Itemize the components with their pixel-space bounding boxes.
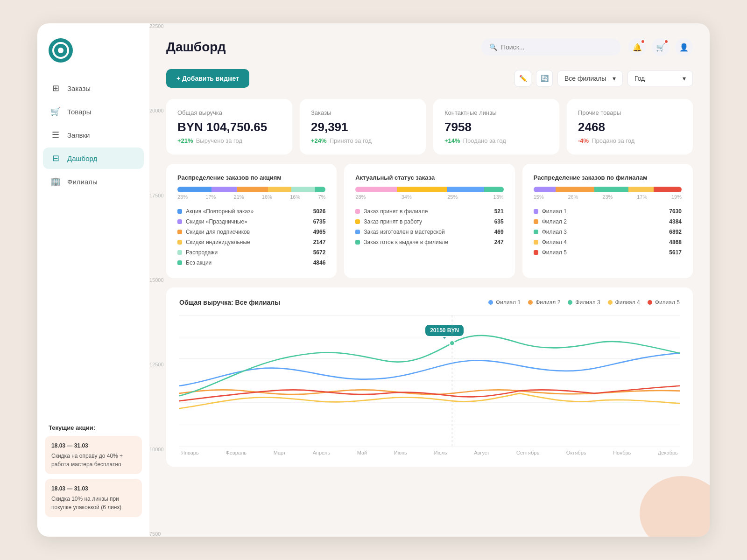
f1-dot [488,300,493,305]
status-legend: Заказ принят в филиале 521 Заказ принят … [355,206,503,247]
toolbar: + Добавить виджет ✏️ 🔄 Все филиалы ▾ Год… [166,69,693,88]
revenue-legend: Филиал 1 Филиал 2 Филиал 3 Филиал 4 [488,299,680,306]
x-axis: Январь Февраль Март Апрель Май Июнь Июль… [179,450,680,455]
promo-stacked-bar [177,187,325,192]
legend-item: Распродажи 5672 [177,247,325,258]
add-widget-button[interactable]: + Добавить виджет [166,69,249,88]
edit-button[interactable]: ✏️ [514,70,531,87]
kpi-revenue-desc: Выручено за год [196,137,242,144]
kpi-revenue-label: Общая выручка [177,109,281,116]
kpi-card-revenue: Общая выручка BYN 104,750.65 +21% Выруче… [166,99,292,154]
line-f4 [179,393,680,408]
dashboard-icon: ⊟ [50,153,61,163]
rev-leg-f4: Филиал 4 [608,299,640,306]
nav-menu: ⊞ Заказы 🛒 Товары ☰ Заявки ⊟ Дашборд 🏢 Ф… [37,77,149,192]
charts-row: Распределение заказов по акциям 23% 17% … [166,164,693,278]
cart-button[interactable]: 🛒 [652,38,669,56]
f4-dot [608,300,613,305]
sidebar: ⊞ Заказы 🛒 Товары ☰ Заявки ⊟ Дашборд 🏢 Ф… [37,23,149,537]
legend-item: Филиал 2 4384 [534,217,682,227]
period-select[interactable]: Год ▾ [627,70,693,86]
rev-leg-f1: Филиал 1 [488,299,521,306]
bar-seg-1 [177,187,211,192]
main-content: Дашборд 🔍 🔔 🛒 👤 [149,23,710,537]
branches-icon: 🏢 [50,176,61,187]
line-chart-area [179,315,680,446]
kpi-orders-desc: Принято за год [330,137,372,144]
legend-item: Заказ готов к выдаче в филиале 247 [355,237,503,247]
kpi-lenses-value: 7958 [444,120,548,134]
branch-bar-labels: 15% 26% 23% 17% 19% [534,194,682,200]
toolbar-right: ✏️ 🔄 Все филиалы ▾ Год ▾ [514,70,693,87]
chevron-down-icon-2: ▾ [683,75,686,82]
y-axis: 22500 20000 17500 15000 12500 10000 7500 [149,23,172,537]
bar-seg-2 [211,187,237,192]
revenue-chart-card: Общая выручка: Все филиалы Филиал 1 Фили… [166,287,693,467]
branch-legend: Филиал 1 7630 Филиал 2 4384 Филиал 3 689… [534,206,682,258]
promo-text-1: Скидка на оправу до 40% + работа мастера… [51,452,135,469]
kpi-card-orders: Заказы 29,391 +24% Принято за год [300,99,426,154]
kpi-orders-value: 29,391 [311,120,415,134]
header-right: 🔍 🔔 🛒 👤 [481,38,693,56]
promo-card-1: 18.03 — 31.03 Скидка на оправу до 40% + … [45,436,142,474]
f2-dot [528,300,533,305]
kpi-lenses-pct: +14% [444,137,460,144]
notifications-button[interactable]: 🔔 [628,38,646,56]
chart-branch-title: Распределение заказов по филиалам [534,174,682,181]
branch-stacked-bar [534,187,682,192]
chart-with-y-axis: 22500 20000 17500 15000 12500 10000 7500… [179,315,680,455]
legend-item: Скидки «Праздничные» 6735 [177,217,325,227]
search-icon: 🔍 [489,43,497,51]
legend-item: Акция «Повторный заказ» 5026 [177,206,325,217]
refresh-button[interactable]: 🔄 [536,70,553,87]
products-icon: 🛒 [50,106,61,117]
branch-bar-seg-4 [628,187,654,192]
kpi-row: Общая выручка BYN 104,750.65 +21% Выруче… [166,99,693,154]
promo-date-1: 18.03 — 31.03 [51,441,135,450]
kpi-revenue-change: +21% Выручено за год [177,137,281,144]
search-input[interactable] [501,43,613,51]
user-button[interactable]: 👤 [675,38,693,56]
kpi-card-lenses: Контактные линзы 7958 +14% Продано за го… [433,99,559,154]
sidebar-item-products[interactable]: 🛒 Товары [43,101,144,122]
revenue-header: Общая выручка: Все филиалы Филиал 1 Фили… [179,299,680,306]
promo-text-2: Скидка 10% на линзы при покупке упаковко… [51,495,135,511]
add-widget-label: + Добавить виджет [176,75,239,82]
legend-item: Скидки для подписчиков 4965 [177,227,325,237]
sidebar-item-dashboard-label: Дашборд [67,154,97,162]
kpi-card-other: Прочие товары 2468 -4% Продано за год [567,99,693,154]
sidebar-item-orders[interactable]: ⊞ Заказы [43,77,144,99]
sidebar-item-orders-label: Заказы [67,84,91,92]
requests-icon: ☰ [50,130,61,140]
rev-leg-f2: Филиал 2 [528,299,560,306]
search-box[interactable]: 🔍 [481,39,621,56]
legend-item: Заказ принят в работу 635 [355,217,503,227]
status-stacked-bar [355,187,503,192]
sidebar-item-branches[interactable]: 🏢 Филиалы [43,171,144,192]
header-icons: 🔔 🛒 👤 [628,38,693,56]
orders-icon: ⊞ [50,83,61,93]
kpi-revenue-pct: +21% [177,137,193,144]
tooltip-dot [450,341,455,346]
promo-bar-labels: 23% 17% 21% 16% 16% 7% [177,194,325,200]
f5-dot [648,300,652,305]
logo-area [37,38,149,77]
kpi-other-desc: Продано за год [592,137,634,144]
branch-bar-seg-5 [654,187,682,192]
legend-item: Филиал 5 5617 [534,247,682,258]
sidebar-item-requests-label: Заявки [67,131,90,139]
status-bar-seg-2 [397,187,447,192]
page-title: Дашборд [166,40,226,55]
promo-card-2: 18.03 — 31.03 Скидка 10% на линзы при по… [45,479,142,517]
branch-select[interactable]: Все филиалы ▾ [557,70,623,86]
kpi-lenses-desc: Продано за год [463,137,506,144]
promo-section: Текущие акции: 18.03 — 31.03 Скидка на о… [37,417,149,522]
chart-orders-by-promo: Распределение заказов по акциям 23% 17% … [166,164,337,278]
legend-item: Без акции 4846 [177,258,325,268]
sidebar-item-requests[interactable]: ☰ Заявки [43,124,144,146]
status-bar-seg-3 [447,187,484,192]
chart-order-status: Актуальный статус заказа 28% 34% 25% 13%… [344,164,514,278]
legend-item: Филиал 1 7630 [534,206,682,217]
promo-legend: Акция «Повторный заказ» 5026 Скидки «Пра… [177,206,325,268]
sidebar-item-dashboard[interactable]: ⊟ Дашборд [43,147,144,169]
